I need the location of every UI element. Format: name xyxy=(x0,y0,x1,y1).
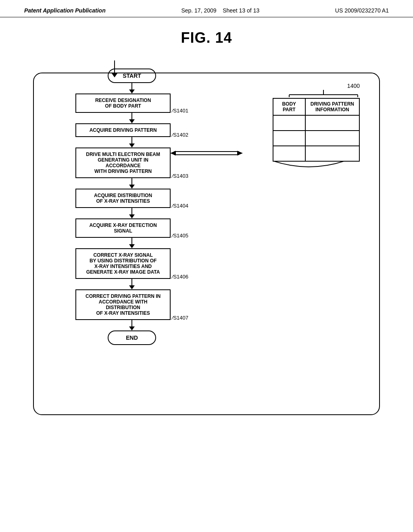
s1404-label: ∕S1404 xyxy=(172,203,188,209)
arrow-2 xyxy=(129,137,135,148)
step-s1404: ACQUIRE DISTRIBUTIONOF X-RAY INTENSITIES xyxy=(75,189,171,208)
table-cell-body-3 xyxy=(273,146,305,161)
table-fold-svg xyxy=(273,161,345,168)
table-cell-pattern-2 xyxy=(305,131,359,146)
header-publication: Patent Application Publication xyxy=(24,7,106,14)
arrow-6 xyxy=(129,279,135,289)
step-s1401: RECEIVE DESIGNATIONOF BODY PART xyxy=(75,94,171,113)
step-s1401-wrapper: RECEIVE DESIGNATIONOF BODY PART ∕S1401 xyxy=(75,94,188,113)
col-driving-pattern: DRIVING PATTERNINFORMATION xyxy=(305,98,359,115)
figure-title: FIG. 14 xyxy=(24,29,389,46)
step-s1407: CORRECT DRIVING PATTERN INACCORDANCE WIT… xyxy=(75,289,171,320)
s1406-label: ∕S1406 xyxy=(172,274,188,280)
arrow-5 xyxy=(129,238,135,248)
step-s1407-wrapper: CORRECT DRIVING PATTERN INACCORDANCE WIT… xyxy=(75,289,188,320)
top-entry-arrow xyxy=(112,60,117,77)
header-patent-number: US 2009/0232270 A1 xyxy=(335,7,389,14)
col-body-part: BODYPART xyxy=(273,98,305,115)
arrow-4 xyxy=(129,208,135,218)
s1403-label: ∕S1403 xyxy=(172,173,188,179)
arrow-0 xyxy=(129,83,135,94)
s1402-label: ∕S1402 xyxy=(172,132,188,138)
s1401-label: ∕S1401 xyxy=(172,108,188,114)
table-row-2 xyxy=(273,131,359,146)
table-to-flow-arrow xyxy=(170,148,243,162)
table-label-1400: 1400 xyxy=(347,83,360,89)
table-cell-body-2 xyxy=(273,131,305,146)
step-s1404-wrapper: ACQUIRE DISTRIBUTIONOF X-RAY INTENSITIES… xyxy=(75,189,188,208)
arrow-1 xyxy=(129,113,135,123)
main-content: FIG. 14 START RECEIVE DESIGNATIONOF BODY… xyxy=(0,17,413,431)
table-cell-pattern-1 xyxy=(305,115,359,131)
page-header: Patent Application Publication Sep. 17, … xyxy=(0,0,413,17)
table-row-3 xyxy=(273,146,359,161)
step-s1402-wrapper: ACQUIRE DRIVING PATTERN ∕S1402 xyxy=(75,123,188,137)
table-row-1 xyxy=(273,115,359,131)
double-arrow-svg xyxy=(170,148,243,160)
arrow-7 xyxy=(129,320,135,330)
step-s1406-wrapper: CORRECT X-RAY SIGNALBY USING DISTRIBUTIO… xyxy=(75,248,188,279)
s1407-label: ∕S1407 xyxy=(172,315,188,321)
step-s1405-wrapper: ACQUIRE X-RAY DETECTION SIGNAL ∕S1405 xyxy=(75,218,188,238)
table-cell-pattern-3 xyxy=(305,146,359,161)
header-date-sheet: Sep. 17, 2009 Sheet 13 of 13 xyxy=(181,7,259,14)
step-s1402: ACQUIRE DRIVING PATTERN xyxy=(75,123,171,137)
step-s1406: CORRECT X-RAY SIGNALBY USING DISTRIBUTIO… xyxy=(75,248,171,279)
table-section: 1400 BODYPART DRIVING PATTERNINFORMATI xyxy=(273,83,360,168)
end-node: END xyxy=(108,330,156,345)
s1405-label: ∕S1405 xyxy=(172,233,188,239)
arrow-3 xyxy=(129,178,135,189)
flowchart-column: START RECEIVE DESIGNATIONOF BODY PART ∕S… xyxy=(55,60,209,345)
driving-pattern-table: BODYPART DRIVING PATTERNINFORMATION xyxy=(273,98,360,162)
step-s1403: DRIVE MULTI ELECTRON BEAMGENERATING UNIT… xyxy=(75,148,171,178)
table-cell-body-1 xyxy=(273,115,305,131)
table-brace-svg xyxy=(287,90,360,97)
svg-marker-8 xyxy=(237,151,243,156)
step-s1405: ACQUIRE X-RAY DETECTION SIGNAL xyxy=(75,218,171,238)
svg-marker-7 xyxy=(170,151,176,156)
